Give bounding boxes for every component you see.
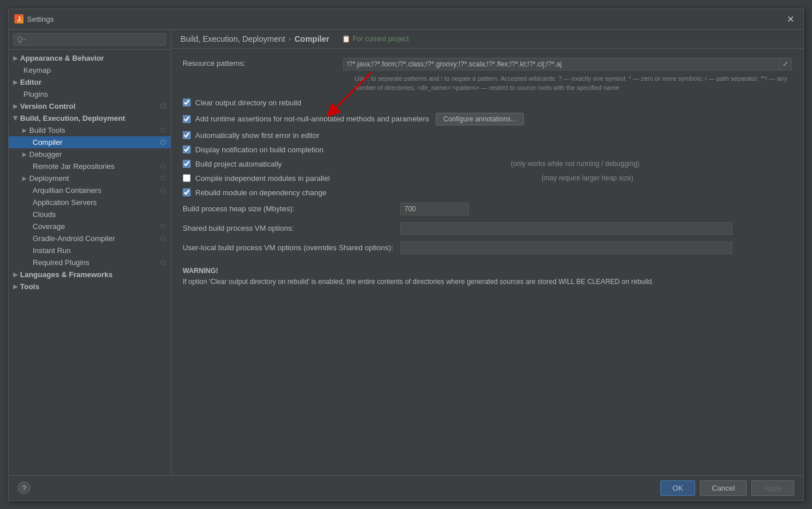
warning-box: WARNING! If option 'Clear output directo… — [183, 266, 792, 287]
arrow-icon: ▶ — [13, 283, 18, 290]
project-icon: 📋 — [342, 35, 350, 43]
panel-body-wrapper: Resource patterns: ⤢ Use ; to separate p… — [171, 49, 803, 475]
sidebar-item-gradle-android[interactable]: Gradle-Android Compiler ⬡ — [9, 232, 171, 244]
breadcrumb-parent: Build, Execution, Deployment — [180, 34, 285, 44]
heap-size-row: Build process heap size (Mbytes): — [183, 203, 792, 215]
sidebar-item-coverage[interactable]: Coverage ⬡ — [9, 220, 171, 232]
resource-patterns-input[interactable] — [343, 58, 779, 70]
build-auto-with-note: Build project automatically (only works … — [183, 160, 792, 168]
add-runtime-label: Add runtime assertions for not-null-anno… — [195, 115, 429, 123]
rebuild-module-checkbox[interactable] — [183, 188, 191, 196]
ext-icon: ⬡ — [160, 235, 166, 242]
arrow-icon: ▶ — [13, 55, 18, 61]
resource-patterns-label: Resource patterns: — [183, 58, 343, 68]
resource-input-container: ⤢ — [343, 58, 792, 70]
warning-text: If option 'Clear output directory on reb… — [183, 277, 792, 287]
sidebar-item-app-servers[interactable]: Application Servers — [9, 196, 171, 208]
ext-icon: ⬡ — [160, 127, 166, 134]
checkbox-add-runtime: Add runtime assertions for not-null-anno… — [183, 113, 792, 125]
arrow-icon: ▶ — [22, 175, 27, 181]
shared-vm-label: Shared build process VM options: — [183, 224, 400, 232]
sidebar-item-languages[interactable]: ▶ Languages & Frameworks — [9, 269, 171, 281]
title-bar-left: J Settings — [14, 14, 54, 23]
display-notification-checkbox[interactable] — [183, 145, 191, 153]
panel-body: Resource patterns: ⤢ Use ; to separate p… — [171, 49, 803, 475]
shared-vm-row: Shared build process VM options: — [183, 222, 792, 235]
resource-patterns-expand-button[interactable]: ⤢ — [779, 58, 792, 70]
breadcrumb-separator: › — [289, 34, 291, 43]
resource-patterns-row: Resource patterns: ⤢ — [183, 58, 792, 70]
cancel-button[interactable]: Cancel — [700, 480, 747, 496]
display-notification-label: Display notification on build completion — [195, 145, 324, 154]
resource-patterns-hint: Use ; to separate patterns and ! to nega… — [343, 73, 792, 93]
sidebar-item-appearance[interactable]: ▶ Appearance & Behavior — [9, 52, 171, 64]
right-panel: Build, Execution, Deployment › Compiler … — [171, 30, 803, 475]
ext-icon: ⬡ — [160, 223, 166, 230]
rebuild-module-label: Rebuild module on dependency change — [195, 188, 326, 197]
sidebar-item-deployment[interactable]: ▶ Deployment ⬡ — [9, 172, 171, 184]
ext-icon: ⬡ — [160, 102, 166, 110]
checkbox-build-auto: Build project automatically (only works … — [183, 160, 792, 168]
heap-size-input[interactable] — [400, 203, 469, 215]
compile-parallel-with-note: Compile independent modules in parallel … — [183, 174, 792, 183]
sidebar: ▶ Appearance & Behavior Keymap ▶ Editor … — [9, 30, 171, 475]
panel-header: Build, Execution, Deployment › Compiler … — [171, 30, 803, 49]
help-button[interactable]: ? — [18, 482, 30, 494]
user-local-vm-label: User-local build process VM options (ove… — [183, 243, 400, 252]
warning-title: WARNING! — [183, 266, 792, 277]
sidebar-item-plugins[interactable]: Plugins — [9, 88, 171, 100]
user-local-vm-input[interactable] — [400, 242, 732, 254]
for-current-project[interactable]: 📋 For current project — [342, 35, 409, 43]
sidebar-item-version-control[interactable]: ▶ Version Control ⬡ — [9, 100, 171, 112]
arrow-icon: ▶ — [13, 79, 18, 85]
ext-icon: ⬡ — [160, 163, 166, 170]
sidebar-item-clouds[interactable]: Clouds — [9, 208, 171, 220]
checkbox-rebuild-module: Rebuild module on dependency change — [183, 188, 792, 197]
settings-dialog: J Settings ✕ ▶ Appearance & Behavior Key… — [8, 9, 804, 501]
arrow-icon: ▶ — [13, 271, 18, 278]
checkbox-display-notification: Display notification on build completion — [183, 145, 792, 154]
arrow-icon: ▶ — [13, 103, 18, 109]
configure-annotations-button[interactable]: Configure annotations... — [436, 113, 523, 125]
sidebar-item-required-plugins[interactable]: Required Plugins ⬡ — [9, 257, 171, 269]
arrow-open-icon: ▶ — [13, 116, 19, 120]
nav-tree: ▶ Appearance & Behavior Keymap ▶ Editor … — [9, 50, 171, 475]
arrow-icon: ▶ — [22, 151, 27, 157]
ext-icon: ⬡ — [160, 259, 166, 266]
sidebar-item-debugger[interactable]: ▶ Debugger — [9, 148, 171, 160]
clear-output-label: Clear output directory on rebuild — [195, 98, 301, 107]
checkbox-compile-parallel: Compile independent modules in parallel … — [183, 174, 792, 183]
title-bar: J Settings ✕ — [9, 9, 803, 30]
add-runtime-checkbox[interactable] — [183, 115, 191, 123]
breadcrumb-current: Compiler — [294, 34, 329, 44]
bottom-left: ? — [18, 482, 30, 494]
compile-parallel-label: Compile independent modules in parallel — [195, 174, 330, 183]
auto-show-error-checkbox[interactable] — [183, 131, 191, 139]
auto-show-error-label: Automatically show first error in editor — [195, 131, 320, 140]
compile-parallel-note: (may require larger heap size) — [542, 174, 633, 182]
sidebar-item-arquillian[interactable]: Arquillian Containers ⬡ — [9, 184, 171, 196]
main-content: ▶ Appearance & Behavior Keymap ▶ Editor … — [9, 30, 803, 475]
dialog-title: Settings — [27, 15, 54, 23]
sidebar-item-build-tools[interactable]: ▶ Build Tools ⬡ — [9, 124, 171, 136]
ext-icon: ⬡ — [160, 139, 166, 146]
sidebar-item-build-exec[interactable]: ▶ Build, Execution, Deployment — [9, 112, 171, 124]
clear-output-checkbox[interactable] — [183, 98, 191, 106]
apply-button[interactable]: Apply — [751, 480, 794, 496]
sidebar-item-remote-jar[interactable]: Remote Jar Repositories ⬡ — [9, 160, 171, 172]
sidebar-item-compiler[interactable]: Compiler ⬡ — [9, 136, 171, 148]
search-input[interactable] — [13, 33, 166, 46]
ext-icon: ⬡ — [160, 175, 166, 182]
sidebar-item-tools[interactable]: ▶ Tools — [9, 281, 171, 293]
sidebar-item-instant-run[interactable]: Instant Run — [9, 244, 171, 257]
compile-parallel-checkbox[interactable] — [183, 174, 191, 182]
checkbox-auto-show-error: Automatically show first error in editor — [183, 131, 792, 140]
user-local-vm-row: User-local build process VM options (ove… — [183, 242, 792, 254]
sidebar-item-editor[interactable]: ▶ Editor — [9, 76, 171, 88]
search-box — [9, 30, 171, 50]
sidebar-item-keymap[interactable]: Keymap — [9, 64, 171, 76]
shared-vm-input[interactable] — [400, 222, 732, 235]
build-auto-checkbox[interactable] — [183, 160, 191, 168]
ok-button[interactable]: OK — [660, 480, 695, 496]
close-button[interactable]: ✕ — [783, 13, 798, 26]
